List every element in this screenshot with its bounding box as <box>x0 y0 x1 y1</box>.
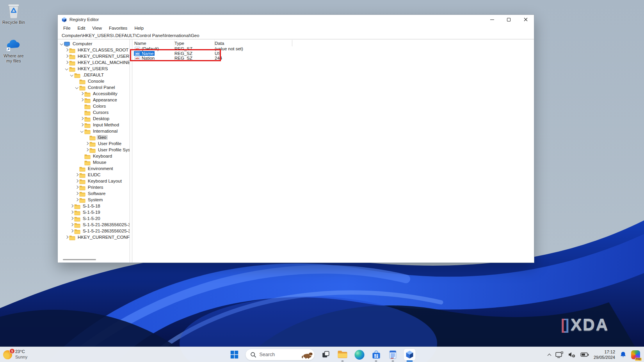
weather-widget[interactable]: 1 23°C Sunny <box>3 347 27 362</box>
tree-item-accessibility[interactable]: Accessibility <box>58 90 130 97</box>
value-data: 244 <box>215 56 292 60</box>
tree-item-cursors[interactable]: Cursors <box>58 109 130 115</box>
tree-item-geo[interactable]: Geo <box>58 134 130 140</box>
volume-muted-icon[interactable] <box>568 351 576 358</box>
tree-item-eudc[interactable]: EUDC <box>58 172 130 178</box>
close-button[interactable] <box>517 15 534 24</box>
tree-chevron-icon[interactable] <box>80 92 84 96</box>
search-box[interactable]: Search <box>246 349 315 360</box>
column-header-type[interactable]: Type <box>174 40 215 46</box>
tree-chevron-icon[interactable] <box>75 179 79 183</box>
maximize-button[interactable] <box>500 15 517 24</box>
column-header-data[interactable]: Data <box>215 40 292 46</box>
tree-chevron-icon[interactable] <box>75 185 79 190</box>
pane-splitter[interactable] <box>130 39 132 263</box>
desktop-icon-where-are-my-files[interactable]: Where are my files <box>1 36 27 63</box>
tree-chevron-icon[interactable] <box>69 73 74 77</box>
copilot-icon[interactable]: PRE <box>631 350 640 359</box>
tree-horizontal-scrollbar[interactable] <box>63 259 96 260</box>
microsoft-store-button[interactable] <box>370 349 382 360</box>
taskbar-clock[interactable]: 17:12 29/05/2024 <box>594 349 615 360</box>
tree-item-user-profile-syste[interactable]: User Profile Syste <box>58 147 130 153</box>
tree-chevron-icon[interactable] <box>69 216 74 221</box>
tree-item-s-1-5-21-2863556025-3033[interactable]: S-1-5-21-2863556025-3033 <box>58 222 130 228</box>
tree-chevron-icon[interactable] <box>69 223 74 227</box>
tree-item-console[interactable]: Console <box>58 78 130 84</box>
title-bar[interactable]: Registry Editor <box>58 15 534 24</box>
tree-chevron-icon[interactable] <box>75 173 79 177</box>
tree-chevron-icon[interactable] <box>80 117 84 121</box>
tree-item-desktop[interactable]: Desktop <box>58 115 130 122</box>
tree-item-international[interactable]: International <box>58 128 130 134</box>
tree-chevron-icon[interactable] <box>64 60 69 65</box>
tree-chevron-icon[interactable] <box>80 129 84 133</box>
tree-item-s-1-5-19[interactable]: S-1-5-19 <box>58 209 130 215</box>
tree-item-hkey-users[interactable]: HKEY_USERS <box>58 66 130 72</box>
folder-icon <box>84 129 91 134</box>
folder-icon <box>84 116 91 121</box>
tree-item-appearance[interactable]: Appearance <box>58 97 130 103</box>
tree-item-hkey-local-machine[interactable]: HKEY_LOCAL_MACHINE <box>58 59 130 66</box>
tree-item-hkey-current-user[interactable]: HKEY_CURRENT_USER <box>58 53 130 59</box>
minimize-button[interactable] <box>484 15 500 24</box>
desktop-icon-recycle-bin[interactable]: Recycle Bin <box>1 2 27 25</box>
file-explorer-button[interactable] <box>337 349 349 360</box>
tree-chevron-icon[interactable] <box>75 85 79 90</box>
folder-icon <box>84 160 91 165</box>
tree-chevron-icon[interactable] <box>80 123 84 127</box>
tree-chevron-icon[interactable] <box>64 54 69 59</box>
menu-help[interactable]: Help <box>131 26 147 30</box>
menu-view[interactable]: View <box>89 26 105 30</box>
start-button[interactable] <box>229 349 240 360</box>
tree-item-s-1-5-20[interactable]: S-1-5-20 <box>58 215 130 222</box>
task-view-button[interactable] <box>320 349 332 360</box>
notification-bell-icon[interactable] <box>620 351 626 358</box>
column-header-name[interactable]: Name <box>132 40 174 46</box>
tree-item-environment[interactable]: Environment <box>58 165 130 172</box>
tray-overflow-chevron-icon[interactable] <box>547 353 551 357</box>
tree-item-system[interactable]: System <box>58 197 130 203</box>
cast-display-icon[interactable] <box>555 351 563 358</box>
tree-chevron-icon[interactable] <box>75 198 79 202</box>
tree-item-printers[interactable]: Printers <box>58 184 130 190</box>
tree-item-input-method[interactable]: Input Method <box>58 122 130 128</box>
tree-chevron-icon[interactable] <box>64 235 69 240</box>
tree-item-computer[interactable]: Computer <box>58 41 130 47</box>
tree-item-label: Appearance <box>92 98 118 102</box>
tree-item-hkey-current-config[interactable]: HKEY_CURRENT_CONFIG <box>58 234 130 240</box>
tree-item-mouse[interactable]: Mouse <box>58 159 130 165</box>
tree-item-s-1-5-18[interactable]: S-1-5-18 <box>58 203 130 209</box>
tree-item-default[interactable]: .DEFAULT <box>58 72 130 78</box>
tree-item-keyboard-layout[interactable]: Keyboard Layout <box>58 178 130 184</box>
menu-favorites[interactable]: Favorites <box>105 26 131 30</box>
notepad-icon <box>389 350 397 360</box>
notepad-button[interactable] <box>387 349 399 360</box>
tree-item-colors[interactable]: Colors <box>58 103 130 109</box>
tree-item-control-panel[interactable]: Control Panel <box>58 84 130 90</box>
tree-chevron-icon[interactable] <box>69 229 74 233</box>
desktop-icon-label: Recycle Bin <box>2 20 25 25</box>
tree-item-s-1-5-21-2863556025-3033[interactable]: S-1-5-21-2863556025-3033 <box>58 228 130 234</box>
tree-chevron-icon[interactable] <box>85 142 89 146</box>
tree-item-user-profile[interactable]: User Profile <box>58 140 130 147</box>
edge-browser-button[interactable] <box>354 349 365 360</box>
tree-item-keyboard[interactable]: Keyboard <box>58 153 130 159</box>
tree-chevron-icon[interactable] <box>75 192 79 196</box>
tree-chevron-icon[interactable] <box>64 48 69 52</box>
tree-item-software[interactable]: Software <box>58 190 130 197</box>
edge-icon <box>354 350 364 360</box>
tree-chevron-icon[interactable] <box>59 42 64 46</box>
tree-chevron-icon[interactable] <box>69 210 74 215</box>
battery-icon[interactable] <box>580 352 589 357</box>
tree-chevron-icon[interactable] <box>69 204 74 208</box>
registry-editor-taskbar-button[interactable] <box>404 349 416 360</box>
tree-chevron-icon[interactable] <box>85 148 89 152</box>
menu-edit[interactable]: Edit <box>74 26 89 30</box>
tree-chevron-icon[interactable] <box>64 67 69 71</box>
tree-chevron-icon[interactable] <box>80 98 84 102</box>
menu-file[interactable]: File <box>60 26 74 30</box>
tree-item-hkey-classes-root[interactable]: HKEY_CLASSES_ROOT <box>58 47 130 53</box>
task-view-icon <box>322 350 330 359</box>
folder-icon <box>74 216 80 221</box>
address-bar[interactable]: Computer\HKEY_USERS\.DEFAULT\Control Pan… <box>58 32 534 39</box>
